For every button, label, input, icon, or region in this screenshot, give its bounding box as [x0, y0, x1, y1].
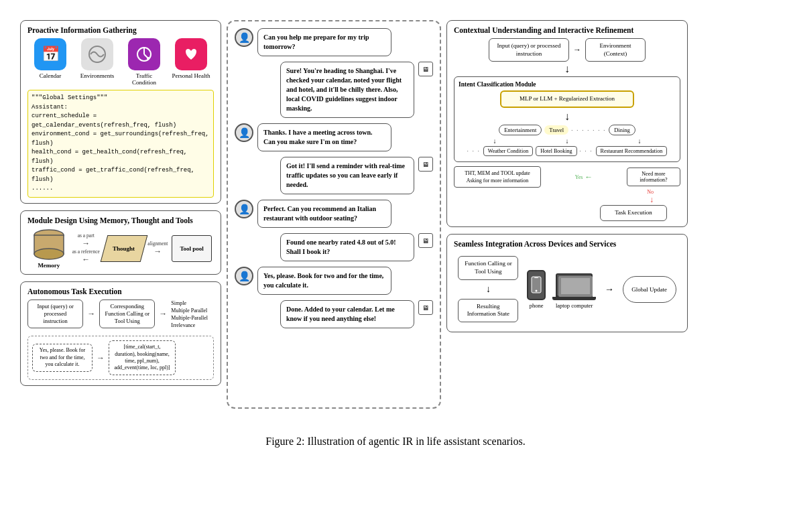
phone-device: phone	[527, 270, 546, 309]
devices-group: phone laptop computer	[527, 270, 596, 309]
memory-shape	[29, 228, 68, 265]
down-arrow-1: ↓	[454, 63, 680, 75]
environments-icon	[81, 38, 113, 70]
no-path: No ↓	[454, 189, 654, 205]
alignment-arrow: alignment →	[147, 241, 168, 257]
mlp-box: MLP or LLM + Regularized Extraction	[500, 90, 634, 108]
module-diagram: Memory as a part → as a reference ← Thou…	[27, 228, 214, 269]
arrow-labels: as a part → as a reference ←	[72, 232, 100, 265]
cat-entertainment: Entertainment	[499, 125, 542, 135]
chat-msg-7: 👤 Yes, please. Book for two and for the …	[235, 267, 433, 295]
icon-calendar: 📅 Calendar	[30, 38, 70, 86]
sub-restaurant: Restaurant Recommendation	[596, 146, 668, 156]
phone-icon	[527, 270, 546, 300]
svg-point-10	[536, 290, 538, 292]
assistant-icon-8: 🖥	[418, 300, 433, 315]
left-column: Proactive Information Gathering 📅 Calend…	[20, 20, 221, 409]
panel-module: Module Design Using Memory, Thought and …	[20, 210, 221, 275]
icon-env: Environments	[77, 38, 117, 86]
assistant-bubble-6: Found one nearby rated 4.8 out of 5.0! S…	[280, 233, 414, 261]
diagram-area: Proactive Information Gathering 📅 Calend…	[13, 13, 778, 415]
user-bubble-3: Thanks. I have a meeting across town. Ca…	[257, 123, 391, 151]
task-row-top: Input (query) or processed instruction →…	[27, 300, 214, 330]
global-update-box: Global Update	[623, 276, 676, 303]
panel-proactive: Proactive Information Gathering 📅 Calend…	[20, 20, 221, 204]
chat-msg-5: 👤 Perfect. Can you recommend an Italian …	[235, 200, 433, 228]
task-exec-diagram: Input (query) or processed instruction →…	[27, 300, 214, 380]
integration-diagram: Function Calling or Tool Using ↓ Resulti…	[454, 252, 680, 326]
panel-seamless-title: Seamless Integration Across Devices and …	[454, 240, 680, 248]
traffic-icon	[128, 38, 160, 70]
main-container: Proactive Information Gathering 📅 Calend…	[13, 13, 778, 454]
integration-arrow: →	[605, 284, 614, 295]
cat-dining: Dining	[609, 125, 635, 135]
figure-caption: Figure 2: Illustration of agentic IR in …	[13, 429, 778, 454]
icon-health: Personal Health	[171, 38, 211, 86]
function-calling-box: Function Calling or Tool Using	[458, 256, 518, 279]
svg-rect-12	[561, 278, 590, 294]
user-avatar-5: 👤	[235, 200, 253, 218]
assistant-bubble-8: Done. Added to your calendar. Let me kno…	[280, 300, 414, 328]
right-column: Contextual Understanding and Interactive…	[446, 20, 688, 409]
function-box: Corresponding Function Calling or Tool U…	[99, 300, 155, 328]
panel-autonomous: Autonomous Task Execution Input (query) …	[20, 281, 221, 386]
code-text-box: [time_cal(start_t, duration), booking(na…	[109, 340, 176, 375]
panel-autonomous-title: Autonomous Task Execution	[27, 287, 214, 295]
sub-weather: Weather Condition	[483, 146, 533, 156]
health-icon	[175, 38, 207, 70]
user-avatar-7: 👤	[235, 267, 253, 285]
category-row: Entertainment Travel · · · · · · · Dinin…	[459, 125, 676, 135]
input-env-row: Input (query) or processed instruction →…	[454, 38, 680, 62]
dashed-section: Yes, please. Book for two and for the ti…	[27, 336, 214, 380]
sub-arrows: ↓ ↓ ↓	[459, 137, 676, 145]
chat-container: 👤 Can you help me prepare for my trip to…	[227, 20, 441, 409]
green-arrow-icon: ←	[585, 172, 593, 182]
icons-row: 📅 Calendar Environments Traffic Condi	[27, 38, 214, 86]
thought-shape: Thought	[100, 235, 147, 262]
task-exec-box: Task Execution	[600, 205, 667, 221]
arrow3: →	[97, 353, 105, 363]
svg-point-4	[147, 57, 149, 60]
task-exec-row: Task Execution	[454, 205, 667, 221]
user-bubble-1: Can you help me prepare for my trip tomo…	[257, 28, 391, 56]
panel-module-title: Module Design Using Memory, Thought and …	[27, 216, 214, 224]
tht-decision-row: THT, MEM and TOOL update Asking for more…	[454, 166, 680, 188]
dots-mid: · · · · · · ·	[571, 127, 606, 133]
panel-seamless: Seamless Integration Across Devices and …	[446, 234, 688, 332]
assistant-bubble-2: Sure! You're heading to Shanghai. I've c…	[280, 62, 414, 118]
need-more-box: Need more information?	[627, 168, 680, 186]
side-labels: Simple Multiple Parallel Multiple-Parall…	[171, 300, 214, 330]
user-text-box: Yes, please. Book for two and for the ti…	[32, 344, 93, 371]
user-avatar-3: 👤	[235, 123, 253, 142]
svg-rect-9	[534, 277, 538, 278]
resulting-box: Resulting Information State	[458, 299, 518, 322]
icon-traffic: Traffic Condition	[124, 38, 164, 86]
chat-msg-1: 👤 Can you help me prepare for my trip to…	[235, 28, 433, 56]
assistant-icon-6: 🖥	[418, 233, 433, 248]
laptop-screen	[556, 273, 593, 297]
right-flow: Global Update	[623, 276, 676, 303]
yes-arrow: Yes ←	[575, 172, 593, 182]
middle-column: 👤 Can you help me prepare for my trip to…	[227, 20, 441, 409]
arrow2: →	[159, 309, 167, 319]
panel-proactive-title: Proactive Information Gathering	[27, 26, 214, 34]
assistant-bubble-4: Got it! I'll send a reminder with real-t…	[280, 157, 414, 194]
user-bubble-5: Perfect. Can you recommend an Italian re…	[257, 200, 391, 228]
chat-msg-8: Done. Added to your calendar. Let me kno…	[235, 300, 433, 328]
user-bubble-7: Yes, please. Book for two and for the ti…	[257, 267, 391, 295]
sub-row: · · · Weather Condition Hotel Booking · …	[459, 146, 676, 156]
intent-module: Intent Classification Module MLP or LLM …	[454, 76, 680, 162]
code-box: """Global Settings""" Assistant: current…	[27, 90, 214, 198]
panel-contextual: Contextual Understanding and Interactive…	[446, 20, 688, 227]
red-arrow-icon: ↓	[650, 195, 654, 205]
cat-travel: Travel	[544, 125, 568, 135]
panel-contextual-title: Contextual Understanding and Interactive…	[454, 26, 680, 34]
calendar-icon: 📅	[34, 38, 66, 70]
dots-right: · · ·	[580, 148, 593, 154]
laptop-device: laptop computer	[552, 273, 596, 309]
arrow-to-env: →	[573, 45, 581, 55]
chat-msg-6: Found one nearby rated 4.8 out of 5.0! S…	[235, 233, 433, 261]
input-box: Input (query) or processed instruction	[27, 300, 83, 328]
tool-pool-shape: Tool pool	[172, 235, 212, 262]
user-avatar-1: 👤	[235, 28, 253, 47]
